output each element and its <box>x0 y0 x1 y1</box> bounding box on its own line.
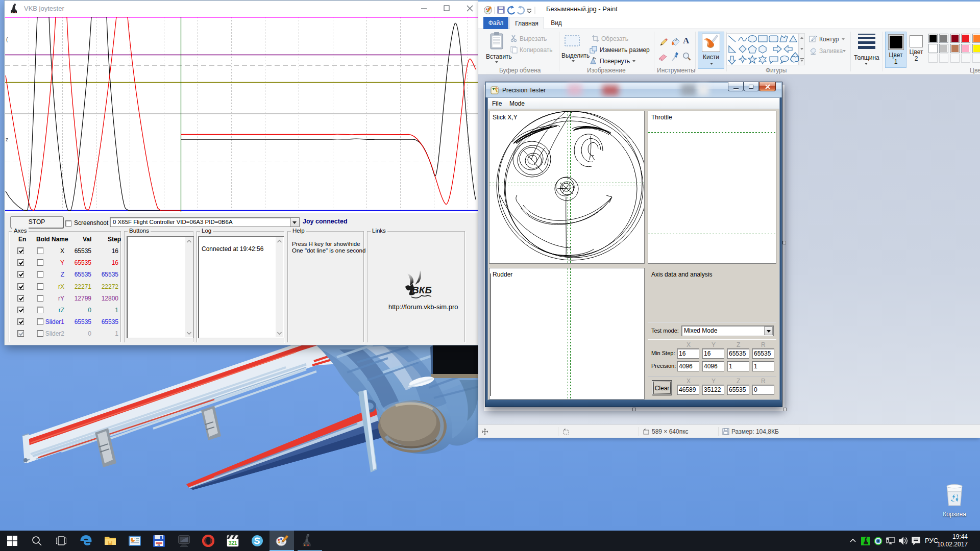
svg-text:31: 31 <box>157 543 160 546</box>
svg-text:z: z <box>6 137 8 142</box>
svg-text:ВКБ: ВКБ <box>412 285 432 295</box>
svg-text:321: 321 <box>229 540 237 546</box>
